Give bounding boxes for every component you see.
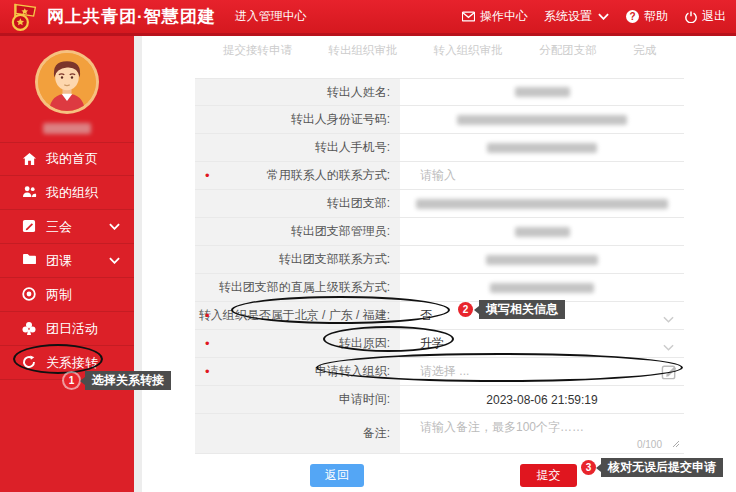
textarea-placeholder: 请输入备注，最多100个字…… <box>420 419 584 436</box>
chevron-down-icon <box>109 257 120 264</box>
step-out-org-approval: 转出组织审批 <box>328 43 397 58</box>
system-settings-button[interactable]: 系统设置 <box>544 8 610 25</box>
redacted-value <box>416 199 668 209</box>
chevron-down-icon <box>109 223 120 230</box>
sidebar-item-tuanke[interactable]: 团课 <box>0 244 134 278</box>
sidebar-item-label: 我的组织 <box>46 184 98 202</box>
redacted-value <box>515 87 570 97</box>
refresh-icon <box>22 355 37 370</box>
form-row-remark: 备注: 请输入备注，最多100个字…… 0/100 <box>195 414 684 454</box>
form-row-transfer-reason: 转出原因: 升学 <box>195 330 684 358</box>
redacted-username <box>43 123 91 134</box>
form-row-out-id-number: 转出人身份证号码: <box>195 106 684 134</box>
char-counter: 0/100 <box>637 439 662 450</box>
field-label: 申请转入组织: <box>195 358 400 385</box>
field-value <box>400 134 684 161</box>
sidebar-item-label: 我的首页 <box>46 150 98 168</box>
top-header: 网上共青团·智慧团建 进入管理中心 操作中心 系统设置 ? 帮助 退出 <box>0 0 736 36</box>
form-row-out-branch-admin: 转出团支部管理员: <box>195 218 684 246</box>
people-icon <box>22 185 37 200</box>
form-row-out-branch: 转出团支部: <box>195 190 684 218</box>
user-profile <box>0 36 134 136</box>
field-value <box>400 218 684 245</box>
sidebar-item-liangzhi[interactable]: 两制 <box>0 278 134 312</box>
field-label: 转出团支部联系方式: <box>195 246 400 273</box>
back-button[interactable]: 返回 <box>310 464 364 487</box>
redacted-value <box>457 115 627 125</box>
app-title: 网上共青团·智慧团建 <box>47 5 216 28</box>
enter-admin-center-link[interactable]: 进入管理中心 <box>235 8 307 25</box>
header-nav: 操作中心 系统设置 ? 帮助 退出 <box>462 8 736 25</box>
field-label: 申请时间: <box>195 386 400 413</box>
form-row-out-phone: 转出人手机号: <box>195 134 684 162</box>
select-value: 升学 <box>420 335 444 352</box>
field-label: 转入组织是否属于北京 / 广东 / 福建: <box>195 302 400 329</box>
avatar[interactable] <box>35 50 99 114</box>
transfer-reason-select[interactable]: 升学 <box>400 330 684 357</box>
region-select[interactable]: 否 <box>400 302 684 329</box>
sidebar-item-label: 团日活动 <box>46 320 98 338</box>
field-label: 转出人手机号: <box>195 134 400 161</box>
field-label: 备注: <box>195 414 400 453</box>
chevron-down-icon <box>663 340 674 354</box>
form-row-out-name: 转出人姓名: <box>195 78 684 106</box>
step-in-org-approval: 转入组织审批 <box>434 43 503 58</box>
sidebar-item-label: 两制 <box>46 286 72 304</box>
contact-method-input[interactable]: 请输入 <box>400 162 684 189</box>
step-submit-application: 提交接转申请 <box>223 43 292 58</box>
logout-label: 退出 <box>702 8 726 25</box>
resize-handle-icon[interactable] <box>672 437 680 451</box>
sidebar-item-label: 三会 <box>46 218 72 236</box>
field-label: 转出人身份证号码: <box>195 106 400 133</box>
main-content: 提交接转申请 转出组织审批 转入组织审批 分配团支部 完成 转出人姓名: 转出人… <box>142 36 736 492</box>
mail-icon <box>462 10 475 23</box>
form-row-contact-method: 常用联系人的联系方式: 请输入 <box>195 162 684 190</box>
sidebar-item-label: 关系接转 <box>46 354 98 372</box>
sidebar-item-tuanri-activity[interactable]: 团日活动 <box>0 312 134 346</box>
chevron-down-icon <box>663 312 674 326</box>
field-label: 转出团支部管理员: <box>195 218 400 245</box>
sidebar-item-organization[interactable]: 我的组织 <box>0 176 134 210</box>
target-organization-picker[interactable]: 请选择 ... <box>400 358 684 385</box>
sidebar-item-relationship-transfer[interactable]: 关系接转 <box>0 346 134 380</box>
sidebar: 我的首页 我的组织 三会 团课 <box>0 36 134 492</box>
field-label: 常用联系人的联系方式: <box>195 162 400 189</box>
sidebar-menu: 我的首页 我的组织 三会 团课 <box>0 142 134 380</box>
form-row-region-select: 转入组织是否属于北京 / 广东 / 福建: 否 <box>195 302 684 330</box>
home-icon <box>22 152 37 167</box>
remark-textarea[interactable]: 请输入备注，最多100个字…… 0/100 <box>400 414 684 453</box>
redacted-value <box>490 283 594 293</box>
step-complete: 完成 <box>633 43 656 58</box>
league-emblem-logo <box>8 2 38 32</box>
picker-placeholder: 请选择 ... <box>420 363 469 380</box>
select-value: 否 <box>420 307 432 324</box>
power-icon <box>684 10 697 23</box>
field-value <box>400 274 684 301</box>
apply-time-value: 2023-08-06 21:59:19 <box>400 386 684 413</box>
form-actions: 返回 提交 <box>142 464 736 488</box>
edit-icon[interactable] <box>661 363 678 383</box>
submit-button[interactable]: 提交 <box>520 464 577 487</box>
input-placeholder: 请输入 <box>420 167 456 184</box>
chevron-down-icon <box>597 10 610 23</box>
redacted-value <box>515 227 570 237</box>
header-brand: 网上共青团·智慧团建 进入管理中心 <box>0 2 307 32</box>
avatar-illustration <box>38 53 96 111</box>
field-label: 转出人姓名: <box>195 79 400 105</box>
field-value <box>400 106 684 133</box>
logout-button[interactable]: 退出 <box>684 8 726 25</box>
operation-center-button[interactable]: 操作中心 <box>462 8 528 25</box>
sidebar-item-home[interactable]: 我的首页 <box>0 142 134 176</box>
field-label: 转出原因: <box>195 330 400 357</box>
redacted-value <box>487 143 597 153</box>
sidebar-item-sanhui[interactable]: 三会 <box>0 210 134 244</box>
help-button[interactable]: ? 帮助 <box>626 8 668 25</box>
field-value <box>400 79 684 105</box>
question-icon: ? <box>626 10 639 23</box>
form-row-target-organization: 申请转入组织: 请选择 ... <box>195 358 684 386</box>
form-row-apply-time: 申请时间: 2023-08-06 21:59:19 <box>195 386 684 414</box>
field-label: 转出团支部: <box>195 190 400 217</box>
form-row-out-branch-contact: 转出团支部联系方式: <box>195 246 684 274</box>
transfer-application-form: 转出人姓名: 转出人身份证号码: 转出人手机号: 常用联系人的联系方式: 请输入… <box>195 78 684 454</box>
redacted-value <box>486 255 598 265</box>
